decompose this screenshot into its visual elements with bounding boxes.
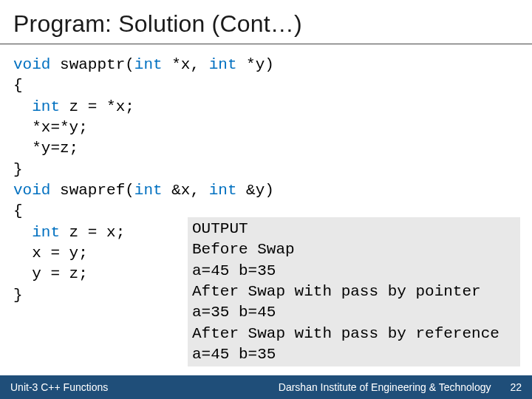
keyword-void: void [13, 182, 50, 199]
keyword-int: int [13, 98, 60, 115]
output-line: a=45 b=35 [192, 346, 276, 363]
code-text: } [13, 161, 23, 178]
slide-title: Program: Solution (Cont…) [0, 0, 532, 44]
code-text: } [13, 287, 23, 304]
footer-left: Unit-3 C++ Functions [0, 381, 108, 393]
code-text: z = *x; [60, 98, 134, 115]
code-text: swapptr( [50, 56, 134, 73]
page-number: 22 [510, 381, 522, 393]
output-line: a=35 b=45 [192, 304, 276, 321]
code-text: *x=*y; [13, 119, 88, 136]
footer: Unit-3 C++ Functions Darshan Institute o… [0, 375, 532, 399]
code-text: x = y; [13, 245, 88, 262]
code-text: *y=z; [13, 140, 78, 157]
code-text: { [13, 202, 23, 219]
code-text: *y) [236, 56, 273, 73]
slide: Program: Solution (Cont…) void swapptr(i… [0, 0, 532, 399]
slide-content: void swapptr(int *x, int *y) { int z = *… [0, 44, 532, 306]
output-line: Before Swap [192, 241, 295, 258]
keyword-int: int [13, 224, 60, 241]
output-line: After Swap with pass by reference [192, 325, 499, 342]
output-line: a=45 b=35 [192, 262, 276, 279]
code-text: z = x; [60, 224, 125, 241]
keyword-int: int [209, 56, 237, 73]
keyword-int: int [134, 182, 163, 199]
code-text: &y) [236, 182, 273, 199]
output-line: After Swap with pass by pointer [192, 283, 481, 300]
code-text: { [13, 77, 23, 94]
footer-institute: Darshan Institute of Engineering & Techn… [279, 381, 491, 393]
output-box: OUTPUT Before Swap a=45 b=35 After Swap … [188, 217, 520, 366]
output-line: OUTPUT [192, 220, 248, 237]
code-text: swapref( [50, 182, 134, 199]
keyword-void: void [13, 56, 50, 73]
code-text: &x, [163, 182, 209, 199]
footer-right: Darshan Institute of Engineering & Techn… [108, 381, 532, 393]
keyword-int: int [134, 56, 163, 73]
keyword-int: int [209, 182, 237, 199]
code-text: *x, [163, 56, 209, 73]
code-text: y = z; [13, 265, 88, 282]
